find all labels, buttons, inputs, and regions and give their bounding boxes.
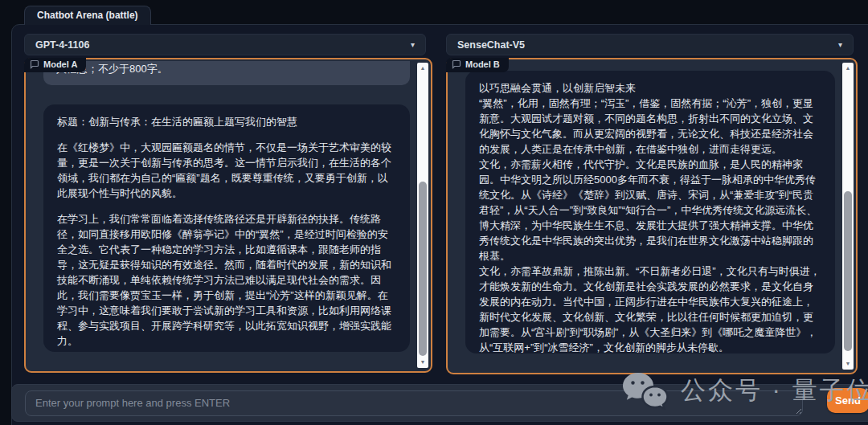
- user-message-bubble: 人信息；不少于800字。: [43, 61, 410, 85]
- model-a-selector-value: GPT-4-1106: [35, 39, 89, 51]
- model-a-selector[interactable]: GPT-4-1106 ▾: [24, 34, 426, 55]
- model-a-chat-log: 人信息；不少于800字。 标题：创新与传承：在生活的匾额上题写我们的智慧 在《红…: [27, 61, 413, 370]
- scroll-down-icon[interactable]: ▼: [842, 359, 854, 369]
- tab-label: Chatbot Arena (battle): [37, 10, 138, 21]
- response-paragraph: 文化，亦需革故鼎新，推陈出新。“不日新者必日退”，文化只有与时俱进，才能焕发新的…: [479, 264, 821, 353]
- response-paragraph: 在学习上，我们常常面临着选择传统路径还是开辟新径的抉择。传统路径，如同直接移用欧…: [57, 211, 396, 349]
- scroll-up-icon[interactable]: ▲: [842, 63, 854, 73]
- response-paragraph: 以巧思融会贯通，以创新启智未来: [479, 80, 821, 96]
- tab-chatbot-arena-battle[interactable]: Chatbot Arena (battle): [24, 6, 151, 25]
- model-a-tag: Model A: [24, 58, 86, 72]
- model-b-tag-label: Model B: [465, 59, 500, 69]
- scroll-up-icon[interactable]: ▲: [417, 63, 428, 73]
- response-paragraph: 在《红楼梦》中，大观园匾额题名的情节，不仅是一场关于艺术审美的较量，更是一次关于…: [57, 140, 396, 201]
- model-a-tag-label: Model A: [43, 59, 77, 69]
- prompt-input[interactable]: [25, 390, 803, 416]
- model-a-scrollbar[interactable]: ▲ ▼: [417, 63, 428, 368]
- chevron-down-icon: ▾: [838, 40, 842, 49]
- model-b-response-bubble: 以巧思融会贯通，以创新启智未来 “翼然”，化用，固然有理；“泻玉”，借鉴，固然有…: [465, 71, 835, 353]
- chat-bubble-icon: [30, 59, 39, 69]
- model-b-scrollbar[interactable]: ▲ ▼: [842, 63, 854, 370]
- model-b-chat-log: 以巧思融会贯通，以创新启智未来 “翼然”，化用，固然有理；“泻玉”，借鉴，固然有…: [449, 61, 838, 371]
- prompt-bar: Send: [11, 384, 868, 422]
- model-b-selector-value: SenseChat-V5: [457, 39, 525, 51]
- model-a-response-bubble: 标题：创新与传承：在生活的匾额上题写我们的智慧 在《红楼梦》中，大观园匾额题名的…: [43, 104, 410, 352]
- chat-bubble-icon: [452, 59, 461, 69]
- response-paragraph: “翼然”，化用，固然有理；“泻玉”，借鉴，固然有据；“沁芳”，独创，更显新意。大…: [479, 96, 821, 157]
- model-b-selector[interactable]: SenseChat-V5 ▾: [446, 34, 854, 55]
- model-b-chat-panel: Model B 以巧思融会贯通，以创新启智未来 “翼然”，化用，固然有理；“泻玉…: [446, 58, 858, 374]
- scrollbar-thumb[interactable]: [419, 182, 427, 356]
- response-paragraph: 标题：创新与传承：在生活的匾额上题写我们的智慧: [57, 114, 396, 129]
- scroll-down-icon[interactable]: ▼: [417, 358, 428, 367]
- model-b-tag: Model B: [446, 58, 509, 72]
- response-paragraph: 文化，亦需薪火相传，代代守护。文化是民族的血脉，是人民的精神家园。中华文明之所以…: [479, 157, 821, 264]
- chevron-down-icon: ▾: [411, 40, 415, 49]
- chatbot-arena-screen: Chatbot Arena (battle) GPT-4-1106 ▾ Sens…: [0, 0, 868, 425]
- scrollbar-thumb[interactable]: [844, 191, 852, 351]
- model-a-chat-panel: Model A 人信息；不少于800字。 标题：创新与传承：在生活的匾额上题写我…: [24, 58, 432, 373]
- send-button[interactable]: Send: [827, 388, 868, 413]
